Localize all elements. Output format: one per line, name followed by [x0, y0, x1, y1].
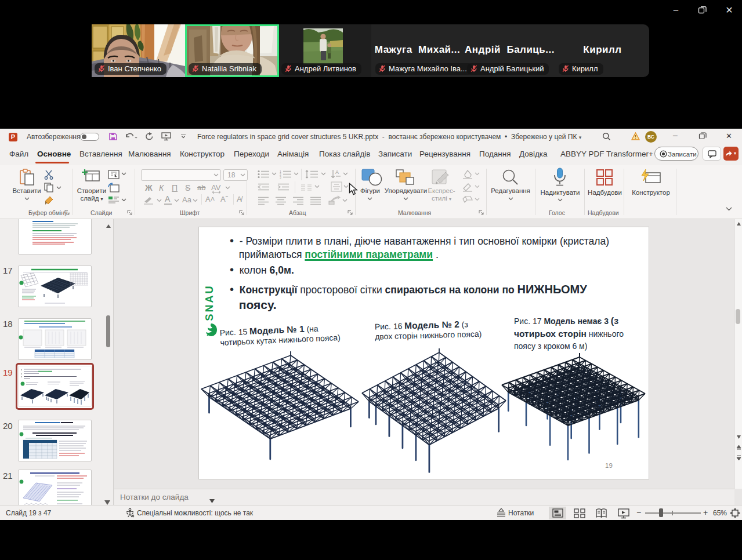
svg-text:А: А — [335, 169, 339, 175]
svg-text:3: 3 — [280, 176, 281, 179]
